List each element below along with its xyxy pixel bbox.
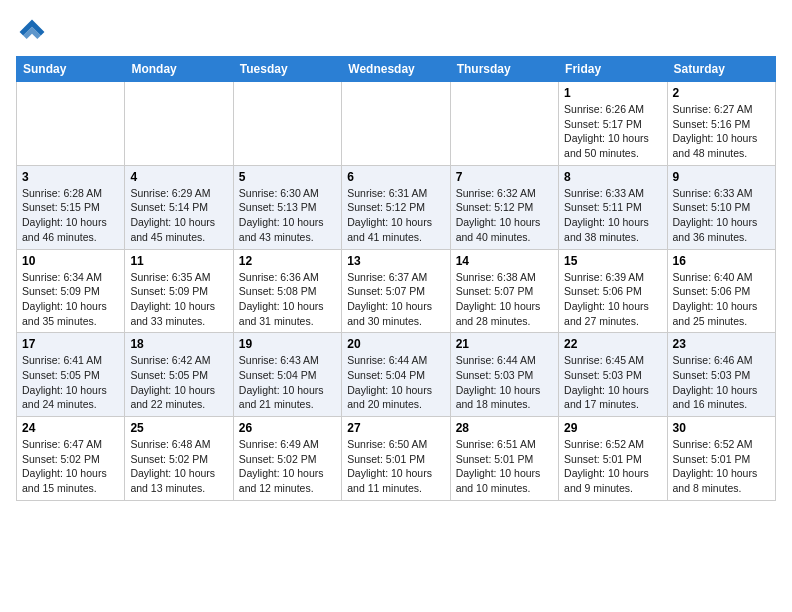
day-info: Sunrise: 6:46 AM Sunset: 5:03 PM Dayligh… <box>673 353 770 412</box>
day-number: 14 <box>456 254 553 268</box>
day-number: 29 <box>564 421 661 435</box>
day-info: Sunrise: 6:30 AM Sunset: 5:13 PM Dayligh… <box>239 186 336 245</box>
calendar-cell: 10Sunrise: 6:34 AM Sunset: 5:09 PM Dayli… <box>17 249 125 333</box>
calendar-cell: 3Sunrise: 6:28 AM Sunset: 5:15 PM Daylig… <box>17 165 125 249</box>
day-info: Sunrise: 6:44 AM Sunset: 5:04 PM Dayligh… <box>347 353 444 412</box>
weekday-header-tuesday: Tuesday <box>233 57 341 82</box>
calendar-week-1: 1Sunrise: 6:26 AM Sunset: 5:17 PM Daylig… <box>17 82 776 166</box>
day-number: 25 <box>130 421 227 435</box>
day-info: Sunrise: 6:47 AM Sunset: 5:02 PM Dayligh… <box>22 437 119 496</box>
day-info: Sunrise: 6:32 AM Sunset: 5:12 PM Dayligh… <box>456 186 553 245</box>
day-info: Sunrise: 6:35 AM Sunset: 5:09 PM Dayligh… <box>130 270 227 329</box>
day-number: 2 <box>673 86 770 100</box>
calendar-cell: 1Sunrise: 6:26 AM Sunset: 5:17 PM Daylig… <box>559 82 667 166</box>
calendar-cell: 8Sunrise: 6:33 AM Sunset: 5:11 PM Daylig… <box>559 165 667 249</box>
weekday-header-saturday: Saturday <box>667 57 775 82</box>
day-info: Sunrise: 6:52 AM Sunset: 5:01 PM Dayligh… <box>673 437 770 496</box>
logo-icon <box>16 16 48 48</box>
calendar-cell: 28Sunrise: 6:51 AM Sunset: 5:01 PM Dayli… <box>450 417 558 501</box>
day-info: Sunrise: 6:43 AM Sunset: 5:04 PM Dayligh… <box>239 353 336 412</box>
day-number: 11 <box>130 254 227 268</box>
calendar-table: SundayMondayTuesdayWednesdayThursdayFrid… <box>16 56 776 501</box>
weekday-header-monday: Monday <box>125 57 233 82</box>
day-info: Sunrise: 6:38 AM Sunset: 5:07 PM Dayligh… <box>456 270 553 329</box>
calendar-cell: 20Sunrise: 6:44 AM Sunset: 5:04 PM Dayli… <box>342 333 450 417</box>
calendar-cell <box>450 82 558 166</box>
day-number: 30 <box>673 421 770 435</box>
day-number: 9 <box>673 170 770 184</box>
day-number: 20 <box>347 337 444 351</box>
calendar-cell: 24Sunrise: 6:47 AM Sunset: 5:02 PM Dayli… <box>17 417 125 501</box>
day-info: Sunrise: 6:27 AM Sunset: 5:16 PM Dayligh… <box>673 102 770 161</box>
day-info: Sunrise: 6:41 AM Sunset: 5:05 PM Dayligh… <box>22 353 119 412</box>
day-number: 28 <box>456 421 553 435</box>
day-info: Sunrise: 6:33 AM Sunset: 5:11 PM Dayligh… <box>564 186 661 245</box>
day-info: Sunrise: 6:31 AM Sunset: 5:12 PM Dayligh… <box>347 186 444 245</box>
day-info: Sunrise: 6:44 AM Sunset: 5:03 PM Dayligh… <box>456 353 553 412</box>
calendar-cell: 9Sunrise: 6:33 AM Sunset: 5:10 PM Daylig… <box>667 165 775 249</box>
day-info: Sunrise: 6:49 AM Sunset: 5:02 PM Dayligh… <box>239 437 336 496</box>
calendar-cell: 26Sunrise: 6:49 AM Sunset: 5:02 PM Dayli… <box>233 417 341 501</box>
day-number: 26 <box>239 421 336 435</box>
day-info: Sunrise: 6:36 AM Sunset: 5:08 PM Dayligh… <box>239 270 336 329</box>
calendar-cell: 29Sunrise: 6:52 AM Sunset: 5:01 PM Dayli… <box>559 417 667 501</box>
calendar-cell: 16Sunrise: 6:40 AM Sunset: 5:06 PM Dayli… <box>667 249 775 333</box>
day-number: 27 <box>347 421 444 435</box>
calendar-week-3: 10Sunrise: 6:34 AM Sunset: 5:09 PM Dayli… <box>17 249 776 333</box>
calendar-cell <box>342 82 450 166</box>
day-number: 8 <box>564 170 661 184</box>
weekday-header-thursday: Thursday <box>450 57 558 82</box>
calendar-cell: 6Sunrise: 6:31 AM Sunset: 5:12 PM Daylig… <box>342 165 450 249</box>
day-info: Sunrise: 6:48 AM Sunset: 5:02 PM Dayligh… <box>130 437 227 496</box>
calendar-cell: 5Sunrise: 6:30 AM Sunset: 5:13 PM Daylig… <box>233 165 341 249</box>
day-info: Sunrise: 6:39 AM Sunset: 5:06 PM Dayligh… <box>564 270 661 329</box>
calendar-cell: 23Sunrise: 6:46 AM Sunset: 5:03 PM Dayli… <box>667 333 775 417</box>
calendar-cell: 12Sunrise: 6:36 AM Sunset: 5:08 PM Dayli… <box>233 249 341 333</box>
calendar-cell: 4Sunrise: 6:29 AM Sunset: 5:14 PM Daylig… <box>125 165 233 249</box>
day-info: Sunrise: 6:26 AM Sunset: 5:17 PM Dayligh… <box>564 102 661 161</box>
day-number: 12 <box>239 254 336 268</box>
calendar-week-5: 24Sunrise: 6:47 AM Sunset: 5:02 PM Dayli… <box>17 417 776 501</box>
calendar-cell <box>17 82 125 166</box>
logo <box>16 16 52 48</box>
calendar-cell: 30Sunrise: 6:52 AM Sunset: 5:01 PM Dayli… <box>667 417 775 501</box>
weekday-header-row: SundayMondayTuesdayWednesdayThursdayFrid… <box>17 57 776 82</box>
calendar-cell: 21Sunrise: 6:44 AM Sunset: 5:03 PM Dayli… <box>450 333 558 417</box>
day-info: Sunrise: 6:29 AM Sunset: 5:14 PM Dayligh… <box>130 186 227 245</box>
calendar-cell: 15Sunrise: 6:39 AM Sunset: 5:06 PM Dayli… <box>559 249 667 333</box>
day-info: Sunrise: 6:50 AM Sunset: 5:01 PM Dayligh… <box>347 437 444 496</box>
calendar-cell: 17Sunrise: 6:41 AM Sunset: 5:05 PM Dayli… <box>17 333 125 417</box>
day-number: 17 <box>22 337 119 351</box>
day-number: 19 <box>239 337 336 351</box>
day-number: 18 <box>130 337 227 351</box>
calendar-cell: 25Sunrise: 6:48 AM Sunset: 5:02 PM Dayli… <box>125 417 233 501</box>
day-info: Sunrise: 6:51 AM Sunset: 5:01 PM Dayligh… <box>456 437 553 496</box>
calendar-cell <box>233 82 341 166</box>
calendar-week-4: 17Sunrise: 6:41 AM Sunset: 5:05 PM Dayli… <box>17 333 776 417</box>
day-info: Sunrise: 6:52 AM Sunset: 5:01 PM Dayligh… <box>564 437 661 496</box>
day-number: 6 <box>347 170 444 184</box>
day-info: Sunrise: 6:34 AM Sunset: 5:09 PM Dayligh… <box>22 270 119 329</box>
day-number: 3 <box>22 170 119 184</box>
day-number: 5 <box>239 170 336 184</box>
calendar-cell: 19Sunrise: 6:43 AM Sunset: 5:04 PM Dayli… <box>233 333 341 417</box>
day-info: Sunrise: 6:45 AM Sunset: 5:03 PM Dayligh… <box>564 353 661 412</box>
page-header <box>16 16 776 48</box>
day-number: 22 <box>564 337 661 351</box>
day-number: 21 <box>456 337 553 351</box>
calendar-cell <box>125 82 233 166</box>
calendar-cell: 11Sunrise: 6:35 AM Sunset: 5:09 PM Dayli… <box>125 249 233 333</box>
weekday-header-wednesday: Wednesday <box>342 57 450 82</box>
day-number: 7 <box>456 170 553 184</box>
day-info: Sunrise: 6:33 AM Sunset: 5:10 PM Dayligh… <box>673 186 770 245</box>
day-number: 10 <box>22 254 119 268</box>
day-number: 1 <box>564 86 661 100</box>
day-number: 23 <box>673 337 770 351</box>
day-number: 15 <box>564 254 661 268</box>
day-info: Sunrise: 6:42 AM Sunset: 5:05 PM Dayligh… <box>130 353 227 412</box>
calendar-cell: 2Sunrise: 6:27 AM Sunset: 5:16 PM Daylig… <box>667 82 775 166</box>
day-number: 4 <box>130 170 227 184</box>
calendar-week-2: 3Sunrise: 6:28 AM Sunset: 5:15 PM Daylig… <box>17 165 776 249</box>
day-info: Sunrise: 6:37 AM Sunset: 5:07 PM Dayligh… <box>347 270 444 329</box>
day-number: 16 <box>673 254 770 268</box>
